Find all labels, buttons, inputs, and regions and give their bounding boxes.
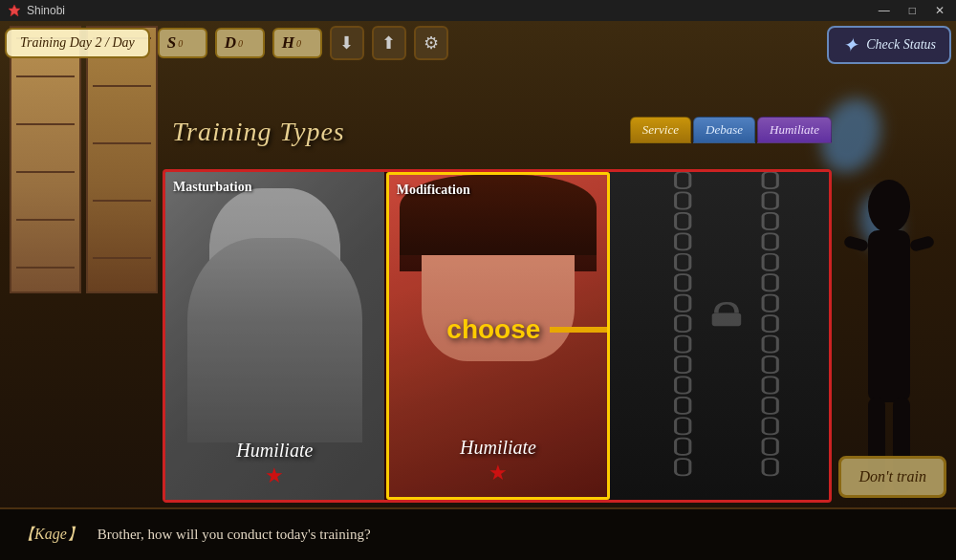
tab-humiliate[interactable]: Humiliate: [757, 117, 832, 143]
dont-train-button[interactable]: Don't train: [838, 456, 946, 498]
svg-rect-25: [763, 233, 777, 249]
stat-h-sub: 0: [296, 38, 301, 49]
training-grid: Masturbation Humiliate ★ Modification Hu…: [163, 169, 832, 503]
minimize-button[interactable]: —: [875, 4, 894, 17]
svg-rect-33: [763, 398, 777, 414]
titlebar-left: Shinobi: [8, 4, 65, 17]
svg-rect-30: [763, 336, 777, 353]
svg-rect-23: [763, 192, 777, 208]
close-button[interactable]: ✕: [931, 4, 948, 17]
svg-rect-2: [868, 230, 910, 402]
dialog-speaker: 【Kage】: [19, 525, 82, 545]
card-3-chains: [610, 172, 829, 500]
svg-point-1: [868, 180, 910, 233]
stat-d-letter: D: [225, 33, 236, 53]
svg-rect-19: [676, 418, 690, 434]
svg-rect-7: [676, 172, 690, 188]
card-locked[interactable]: [610, 172, 829, 500]
check-status-button[interactable]: ✦ Check Status: [827, 26, 951, 64]
game-area: Training Day 2 / Day S0 D0 H0 ⬇ ⬆ ⚙ ✦ Ch…: [0, 21, 956, 560]
svg-rect-3: [843, 235, 869, 252]
stat-d-badge: D0: [215, 28, 265, 58]
svg-rect-14: [676, 315, 690, 332]
card-1-bottom-label: Humiliate: [165, 440, 384, 462]
svg-rect-35: [763, 439, 777, 455]
card-2-bottom-label: Humiliate: [389, 437, 608, 459]
tab-debase[interactable]: Debase: [693, 117, 755, 143]
svg-rect-4: [909, 235, 935, 252]
window-title: Shinobi: [27, 4, 65, 17]
titlebar: Shinobi — □ ✕: [0, 0, 956, 21]
check-status-label: Check Status: [866, 37, 936, 53]
character-silhouette: [841, 168, 937, 503]
window-controls: — □ ✕: [875, 4, 948, 17]
svg-rect-9: [676, 213, 690, 229]
tab-service-label: Service: [642, 122, 679, 137]
upload-icon: ⬆: [381, 32, 396, 54]
training-panel: Training Types Service Debase Humiliate: [163, 117, 832, 503]
sliding-door-1: [10, 26, 81, 293]
card-1-star: ★: [265, 463, 284, 488]
svg-rect-16: [676, 356, 690, 373]
svg-rect-37: [712, 312, 741, 326]
svg-rect-21: [676, 459, 690, 475]
dialog-bar: 【Kage】 Brother, how will you conduct tod…: [0, 507, 956, 560]
svg-rect-36: [763, 459, 777, 475]
stat-h-letter: H: [282, 33, 294, 53]
svg-rect-32: [763, 377, 777, 393]
svg-rect-28: [763, 295, 777, 312]
svg-rect-31: [763, 356, 777, 373]
svg-rect-13: [676, 295, 690, 312]
svg-rect-26: [763, 254, 777, 270]
stat-h-badge: H0: [272, 28, 322, 58]
download-icon: ⬇: [339, 32, 354, 54]
sliding-door-2: [86, 26, 158, 293]
svg-rect-34: [763, 418, 777, 434]
svg-rect-20: [676, 439, 690, 455]
star-icon: ✦: [842, 33, 858, 56]
svg-rect-8: [676, 192, 690, 208]
stat-s-sub: 0: [178, 38, 183, 49]
stat-s-badge: S0: [158, 28, 207, 58]
svg-marker-0: [9, 5, 20, 16]
training-tabs: Service Debase Humiliate: [630, 117, 832, 143]
svg-rect-15: [676, 336, 690, 353]
settings-icon: ⚙: [424, 32, 439, 54]
card-masturbation[interactable]: Masturbation Humiliate ★: [165, 172, 386, 500]
app-icon: [8, 4, 21, 17]
toolbar: Training Day 2 / Day S0 D0 H0 ⬇ ⬆ ⚙: [5, 26, 448, 60]
card-modification[interactable]: Modification Humiliate ★ choose: [386, 172, 611, 500]
svg-rect-11: [676, 254, 690, 270]
svg-rect-29: [763, 315, 777, 332]
card-2-top-label: Modification: [397, 183, 600, 198]
stat-d-sub: 0: [238, 38, 243, 49]
settings-button[interactable]: ⚙: [414, 26, 448, 60]
stat-s-letter: S: [167, 33, 176, 53]
dialog-text: Brother, how will you conduct today's tr…: [98, 527, 371, 543]
upload-button[interactable]: ⬆: [372, 26, 406, 60]
training-day-badge: Training Day 2 / Day: [5, 28, 150, 58]
svg-rect-17: [676, 377, 690, 393]
tab-humiliate-label: Humiliate: [770, 122, 819, 137]
svg-rect-27: [763, 274, 777, 291]
svg-rect-12: [676, 274, 690, 291]
svg-rect-10: [676, 233, 690, 249]
card-2-star: ★: [489, 461, 508, 485]
svg-rect-22: [763, 172, 777, 188]
tab-debase-label: Debase: [706, 122, 743, 137]
maximize-button[interactable]: □: [905, 4, 920, 17]
download-button[interactable]: ⬇: [330, 26, 364, 60]
card-1-top-label: Masturbation: [173, 180, 377, 195]
tab-service[interactable]: Service: [630, 117, 691, 143]
svg-rect-24: [763, 213, 777, 229]
svg-rect-18: [676, 398, 690, 414]
